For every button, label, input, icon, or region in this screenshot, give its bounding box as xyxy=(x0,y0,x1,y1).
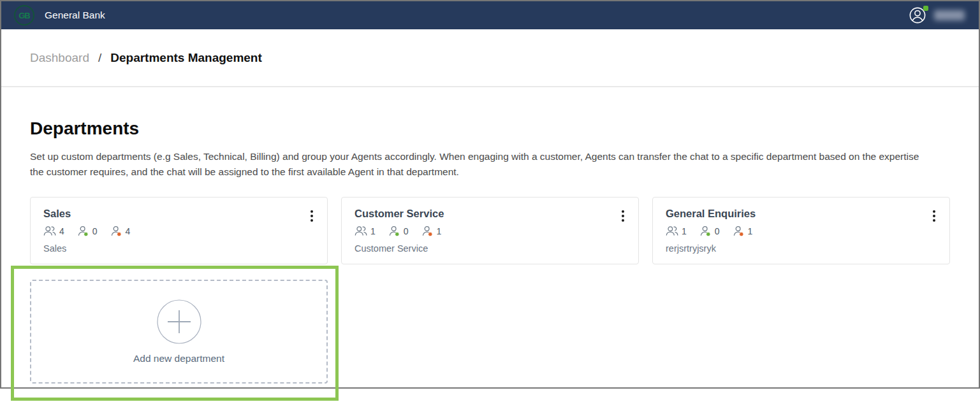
breadcrumb-dashboard-link[interactable]: Dashboard xyxy=(30,51,89,65)
main-content: Departments Set up custom departments (e… xyxy=(1,118,979,384)
online-agents-count: 0 xyxy=(92,226,98,236)
department-description: Customer Service xyxy=(355,243,625,254)
department-card-sales: Sales 4 xyxy=(30,197,328,264)
agent-stats: 1 0 xyxy=(666,226,937,236)
departments-list: Sales 4 xyxy=(30,197,950,264)
department-description: Sales xyxy=(43,243,314,254)
agent-stats: 1 0 xyxy=(355,226,625,236)
online-agents-count: 0 xyxy=(404,226,409,236)
breadcrumb-separator: / xyxy=(98,51,101,65)
agents-total-icon xyxy=(355,226,367,236)
department-name: General Enquiries xyxy=(666,208,937,220)
app-window: GB General Bank Dashboard / Departments … xyxy=(0,0,980,389)
total-agents-stat: 4 xyxy=(43,226,64,236)
agents-total-icon xyxy=(666,226,678,236)
kebab-menu-icon[interactable] xyxy=(305,208,318,224)
department-card-customer-service: Customer Service 1 xyxy=(341,197,639,264)
online-agents-stat: 0 xyxy=(699,226,720,236)
plus-icon xyxy=(157,299,201,344)
add-new-department-button[interactable]: Add new department xyxy=(30,280,328,384)
online-agents-stat: 0 xyxy=(77,226,98,236)
user-name-blurred xyxy=(934,10,965,20)
offline-agents-stat: 1 xyxy=(421,226,442,236)
page-title: Departments xyxy=(30,118,950,139)
total-agents-count: 1 xyxy=(370,226,376,236)
agents-offline-icon xyxy=(733,226,745,236)
page-description: Set up custom departments (e.g Sales, Te… xyxy=(30,149,923,179)
offline-agents-count: 1 xyxy=(437,226,442,236)
total-agents-stat: 1 xyxy=(355,226,376,236)
offline-agents-stat: 1 xyxy=(733,226,753,236)
department-name: Customer Service xyxy=(355,208,625,220)
top-navbar: GB General Bank xyxy=(1,1,979,29)
total-agents-count: 4 xyxy=(59,226,64,236)
department-description: rerjsrtryjsryk xyxy=(666,243,937,254)
offline-agents-count: 4 xyxy=(126,226,131,236)
brand-title: General Bank xyxy=(45,10,105,21)
add-new-department-label: Add new department xyxy=(133,353,224,364)
general-bank-logo-icon: GB xyxy=(14,5,34,25)
offline-agents-stat: 4 xyxy=(110,226,131,236)
agents-online-icon xyxy=(699,226,712,236)
offline-agents-count: 1 xyxy=(748,226,753,236)
agents-offline-icon xyxy=(421,226,434,236)
total-agents-count: 1 xyxy=(682,226,687,236)
agents-offline-icon xyxy=(110,226,122,236)
agents-online-icon xyxy=(77,226,89,236)
online-agents-count: 0 xyxy=(715,226,720,236)
agents-total-icon xyxy=(43,226,56,236)
kebab-menu-icon[interactable] xyxy=(617,208,629,224)
agent-stats: 4 0 xyxy=(43,226,314,236)
online-agents-stat: 0 xyxy=(388,226,409,236)
online-status-dot-icon xyxy=(923,6,928,11)
department-name: Sales xyxy=(43,208,314,220)
kebab-menu-icon[interactable] xyxy=(928,208,940,224)
breadcrumb: Dashboard / Departments Management xyxy=(1,29,979,87)
agents-online-icon xyxy=(388,226,400,236)
department-card-general-enquiries: General Enquiries 1 xyxy=(652,197,950,264)
user-avatar-icon[interactable] xyxy=(909,6,926,24)
breadcrumb-current-page: Departments Management xyxy=(110,51,262,65)
user-menu[interactable] xyxy=(909,6,965,24)
total-agents-stat: 1 xyxy=(666,226,687,236)
